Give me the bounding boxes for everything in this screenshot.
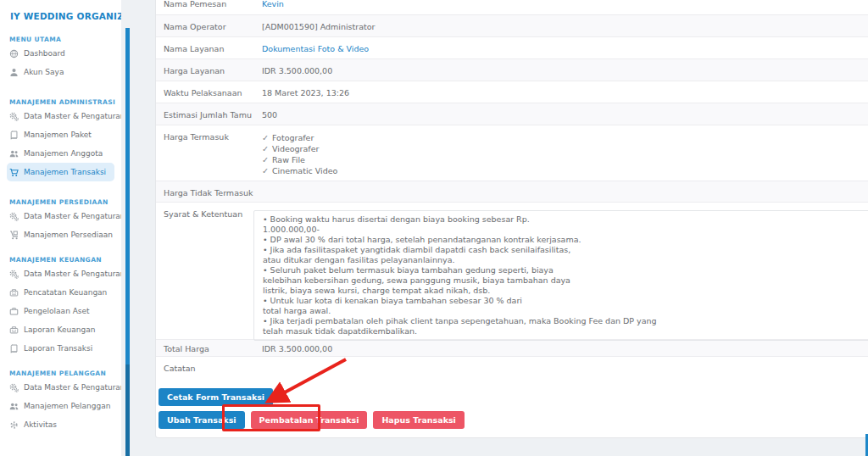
print-transaction-button[interactable]: Cetak Form Transaksi [159,388,273,406]
sidebar-item-pencatatan-keuangan[interactable]: Pencatatan Keuangan [0,283,121,302]
table-row: Total Harga IDR 3.500.000,00 [156,340,868,357]
row-label: Waktu Pelaksanaan [156,81,253,103]
check-icon: ✓ [262,154,269,165]
row-value [253,357,262,381]
row-label: Nama Layanan [156,37,253,58]
edit-transaction-button[interactable]: Ubah Transaksi [159,411,245,429]
app-window: IY WEDDING ORGANIZI MENU UTAMA Dashboard… [0,0,868,456]
sidebar-item-data-master-keuangan[interactable]: Data Master & Pengaturan [0,264,121,283]
sidebar-item-data-master-pelanggan[interactable]: Data Master & Pengaturan [0,378,121,397]
table-row: Nama Pemesan Kevin [156,0,868,15]
users-icon [9,149,19,158]
nama-pemesan-link[interactable]: Kevin [253,0,284,14]
row-label: Estimasi Jumlah Tamu [156,103,253,125]
table-row: Harga Layanan IDR 3.500.000,00 [156,59,868,81]
transaction-detail-card: Nama Pemesan Kevin Nama Operator [ADM001… [155,0,868,438]
list-item: ✓Fotografer [262,132,337,143]
book-icon [9,131,19,140]
row-label: Syarat & Ketentuan [156,203,253,339]
action-buttons: Cetak Form Transaksi Ubah Transaksi Pemb… [156,381,868,437]
check-icon: ✓ [262,165,269,176]
row-label: Harga Termasuk [156,125,253,181]
row-value: 18 Maret 2023, 13:26 [253,81,349,103]
sidebar-item-laporan-keuangan[interactable]: Laporan Keuangan [0,320,121,339]
sidebar-section-menu-utama: MENU UTAMA [9,36,121,44]
sidebar-section-administrasi: MANAJEMEN ADMINISTRASI [9,98,121,107]
row-value: IDR 3.500.000,00 [253,59,332,81]
table-row: Nama Layanan Dokumentasi Foto & Video [156,37,868,59]
sidebar-item-data-master-administrasi[interactable]: Data Master & Pengaturan [0,107,121,125]
row-label: Harga Tidak Termasuk [156,181,253,202]
check-icon: ✓ [262,143,269,154]
row-value [253,181,262,202]
gears-icon [9,112,19,121]
nama-layanan-link[interactable]: Dokumentasi Foto & Video [253,37,369,58]
sidebar-item-laporan-transaksi[interactable]: Laporan Transaksi [0,339,121,358]
sidebar-item-manajemen-persediaan[interactable]: Manajemen Persediaan [0,225,121,244]
delete-transaction-button[interactable]: Hapus Transaksi [373,411,464,429]
sidebar-item-akun-saya[interactable]: Akun Saya [0,63,121,81]
gears-icon [9,383,19,392]
table-row: Catatan [156,357,868,381]
sidebar-item-manajemen-transaksi[interactable]: Manajemen Transaksi [7,163,114,181]
table-row: Harga Tidak Termasuk [156,181,868,203]
row-label: Nama Operator [156,15,253,36]
cash-register-icon [9,325,19,335]
row-label: Harga Layanan [156,59,253,81]
cash-register-icon [9,288,19,298]
brand-name: IY WEDDING ORGANIZI [10,11,121,21]
included-items-list: ✓Fotografer ✓Videografer ✓Raw File ✓Cine… [253,125,337,181]
user-icon [9,68,19,77]
row-value: 500 [253,103,277,125]
table-row: Estimasi Jumlah Tamu 500 [156,103,868,125]
sidebar-item-aktivitas[interactable]: Aktivitas [0,415,121,434]
row-label: Catatan [156,357,253,381]
gears-icon [9,212,19,221]
sidebar-item-dashboard[interactable]: Dashboard [0,44,121,63]
row-label: Total Harga [156,340,253,356]
sidebar-item-data-master-persediaan[interactable]: Data Master & Pengaturan [0,207,121,225]
sidebar-item-manajemen-paket[interactable]: Manajemen Paket [0,125,121,144]
dolly-icon [9,231,19,240]
sidebar-item-manajemen-anggota[interactable]: Manajemen Anggota [0,144,121,163]
globe-icon [9,49,19,58]
table-row: Waktu Pelaksanaan 18 Maret 2023, 13:26 [156,81,868,103]
cart-icon [9,168,19,177]
total-harga-value: IDR 3.500.000,00 [253,340,332,356]
gears-icon [9,270,19,279]
list-item: ✓Videografer [262,143,337,154]
users-icon [9,402,19,411]
sidebar-section-persediaan: MANAJEMEN PERSEDIAAN [9,198,121,207]
terms-text-box: • Booking waktu harus disertai dengan bi… [253,210,868,341]
book-icon [9,344,19,353]
briefcase-icon [9,307,19,316]
cog-icon [9,420,19,430]
sidebar-item-manajemen-pelanggan[interactable]: Manajemen Pelanggan [0,397,121,415]
row-value: • Booking waktu harus disertai dengan bi… [253,203,868,339]
sidebar-item-pengelolaan-aset[interactable]: Pengelolaan Aset [0,302,121,320]
cancel-transaction-button[interactable]: Pembatalan Transaksi [251,411,368,429]
sidebar: IY WEDDING ORGANIZI MENU UTAMA Dashboard… [0,0,121,456]
list-item: ✓Raw File [262,154,337,165]
row-label: Nama Pemesan [156,0,253,14]
table-row: Harga Termasuk ✓Fotografer ✓Videografer … [156,125,868,181]
brand-logo[interactable]: IY WEDDING ORGANIZI [0,0,121,25]
table-row: Nama Operator [ADM001590] Administrator [156,15,868,37]
table-row: Syarat & Ketentuan • Booking waktu harus… [156,203,868,340]
row-value: [ADM001590] Administrator [253,15,375,36]
check-icon: ✓ [262,132,269,143]
list-item: ✓Cinematic Video [262,165,337,176]
sidebar-section-keuangan: MANAJEMEN KEUANGAN [9,256,121,264]
sidebar-section-pelanggan: MANAJEMEN PELANGGAN [9,370,121,378]
sidebar-scrollbar[interactable] [125,28,130,456]
